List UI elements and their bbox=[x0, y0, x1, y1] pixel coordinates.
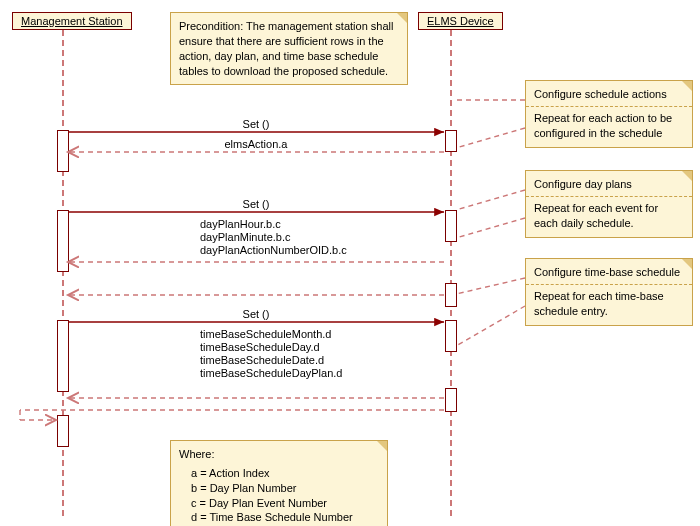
note-title: Configure time-base schedule bbox=[534, 266, 680, 278]
note-configure-actions: Configure schedule actions Repeat for ea… bbox=[525, 80, 693, 148]
msg-return-1: elmsAction.a bbox=[68, 138, 444, 150]
svg-line-5 bbox=[456, 128, 525, 148]
note-body: Repeat for each time-base schedule entry… bbox=[534, 290, 664, 317]
activation-right-1 bbox=[445, 130, 457, 152]
svg-line-10 bbox=[456, 306, 525, 346]
msg-return-2c: dayPlanActionNumberOID.b.c bbox=[200, 244, 347, 256]
note-legend: Where: a = Action Index b = Day Plan Num… bbox=[170, 440, 388, 526]
activation-right-5 bbox=[445, 388, 457, 412]
note-configure-day-plans: Configure day plans Repeat for each even… bbox=[525, 170, 693, 238]
note-precondition: Precondition: The management station sha… bbox=[170, 12, 408, 85]
activation-right-4 bbox=[445, 320, 457, 352]
msg-set-3: Set () bbox=[68, 308, 444, 320]
note-title: Configure schedule actions bbox=[534, 88, 667, 100]
lifeline-head-elms-device: ELMS Device bbox=[418, 12, 503, 30]
msg-set-2: Set () bbox=[68, 198, 444, 210]
activation-left-1 bbox=[57, 130, 69, 172]
lifeline-right bbox=[450, 30, 452, 516]
legend-a: a = Action Index bbox=[179, 466, 379, 481]
legend-c: c = Day Plan Event Number bbox=[179, 496, 379, 511]
msg-return-3b: timeBaseScheduleDay.d bbox=[200, 341, 320, 353]
svg-line-9 bbox=[456, 278, 525, 294]
msg-return-3d: timeBaseScheduleDayPlan.d bbox=[200, 367, 342, 379]
msg-return-3a: timeBaseScheduleMonth.d bbox=[200, 328, 331, 340]
activation-right-2 bbox=[445, 210, 457, 242]
activation-right-3 bbox=[445, 283, 457, 307]
msg-return-2a: dayPlanHour.b.c bbox=[200, 218, 281, 230]
msg-set-1: Set () bbox=[68, 118, 444, 130]
note-body: Repeat for each event for each daily sch… bbox=[534, 202, 658, 229]
svg-line-6 bbox=[456, 190, 525, 210]
legend-title: Where: bbox=[179, 447, 379, 462]
msg-return-2b: dayPlanMinute.b.c bbox=[200, 231, 291, 243]
activation-left-4 bbox=[57, 415, 69, 447]
msg-return-3c: timeBaseScheduleDate.d bbox=[200, 354, 324, 366]
legend-b: b = Day Plan Number bbox=[179, 481, 379, 496]
note-configure-timebase: Configure time-base schedule Repeat for … bbox=[525, 258, 693, 326]
svg-line-7 bbox=[456, 218, 525, 238]
lifeline-head-management-station: Management Station bbox=[12, 12, 132, 30]
note-body: Repeat for each action to be configured … bbox=[534, 112, 672, 139]
activation-left-2 bbox=[57, 210, 69, 272]
legend-d: d = Time Base Schedule Number bbox=[179, 510, 379, 525]
note-title: Configure day plans bbox=[534, 178, 632, 190]
sequence-diagram: Management Station ELMS Device Precondit… bbox=[0, 0, 700, 526]
activation-left-3 bbox=[57, 320, 69, 392]
